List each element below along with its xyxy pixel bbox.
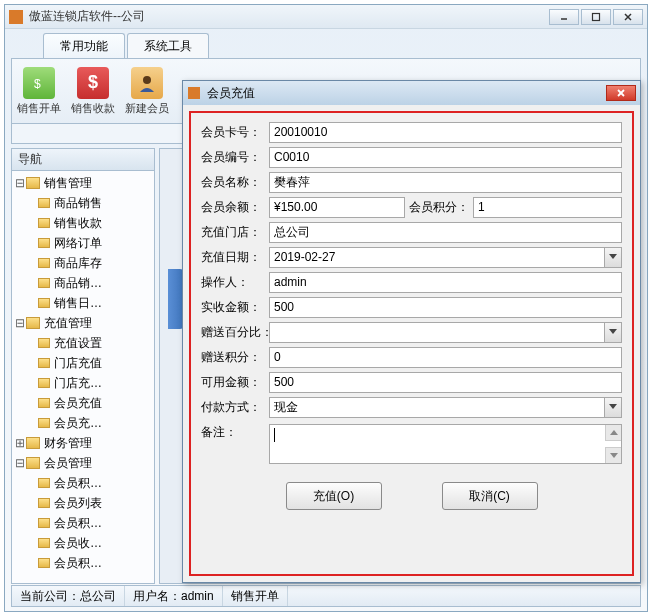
tree-leaf[interactable]: 商品销售 (12, 193, 154, 213)
tree-leaf[interactable]: 门店充… (12, 373, 154, 393)
folder-icon (26, 317, 40, 329)
dialog-titlebar: 会员充值 (183, 81, 640, 105)
folder-icon (38, 498, 50, 508)
tree-leaf[interactable]: 会员列表 (12, 493, 154, 513)
tree-leaf-label: 会员列表 (54, 495, 102, 512)
folder-icon (38, 378, 50, 388)
label-usable: 可用金额： (201, 374, 269, 391)
nav-header: 导航 (12, 149, 154, 171)
tree-leaf[interactable]: 会员充值 (12, 393, 154, 413)
dialog-close-button[interactable] (606, 85, 636, 101)
folder-icon (38, 278, 50, 288)
scroll-down-icon[interactable] (605, 447, 621, 463)
window-title: 傲蓝连锁店软件--公司 (29, 8, 549, 25)
tree-group[interactable]: ⊟销售管理 (12, 173, 154, 193)
folder-icon (38, 418, 50, 428)
tree-group[interactable]: ⊟会员管理 (12, 453, 154, 473)
bonus-pct-dropdown-icon[interactable] (604, 323, 621, 342)
input-received[interactable]: 500 (269, 297, 622, 318)
input-points[interactable]: 1 (473, 197, 622, 218)
tab-common[interactable]: 常用功能 (43, 33, 125, 58)
main-titlebar: 傲蓝连锁店软件--公司 (5, 5, 647, 29)
label-member-name: 会员名称： (201, 174, 269, 191)
tree-leaf[interactable]: 销售日… (12, 293, 154, 313)
input-operator[interactable]: admin (269, 272, 622, 293)
tree-leaf-label: 销售日… (54, 295, 102, 312)
tree-leaf[interactable]: 网络订单 (12, 233, 154, 253)
tree-leaf-label: 商品销售 (54, 195, 102, 212)
input-usable[interactable]: 500 (269, 372, 622, 393)
tree-group-label: 会员管理 (44, 455, 92, 472)
tree-leaf[interactable]: 会员积… (12, 473, 154, 493)
label-store: 充值门店： (201, 224, 269, 241)
tree-leaf-label: 门店充值 (54, 355, 102, 372)
svg-marker-13 (610, 453, 618, 458)
tree-leaf-label: 充值设置 (54, 335, 102, 352)
tree-leaf[interactable]: 会员收… (12, 533, 154, 553)
tree-group-label: 充值管理 (44, 315, 92, 332)
tree-leaf-label: 会员充值 (54, 395, 102, 412)
folder-icon (38, 558, 50, 568)
tree-group-label: 销售管理 (44, 175, 92, 192)
input-store[interactable]: 总公司 (269, 222, 622, 243)
label-points: 会员积分： (405, 199, 473, 216)
recharge-dialog: 会员充值 会员卡号： 20010010 会员编号： C0010 会员名称： 樊春… (182, 80, 641, 583)
svg-marker-9 (609, 254, 617, 259)
cancel-button[interactable]: 取消(C) (442, 482, 538, 510)
tree-leaf[interactable]: 会员积… (12, 513, 154, 533)
tree-leaf[interactable]: 销售收款 (12, 213, 154, 233)
ribbon-item-new-member[interactable]: 新建会员 (120, 67, 174, 116)
dialog-body: 会员卡号： 20010010 会员编号： C0010 会员名称： 樊春萍 会员余… (189, 111, 634, 576)
status-company: 当前公司：总公司 (12, 586, 125, 606)
folder-icon (38, 398, 50, 408)
folder-icon (26, 177, 40, 189)
tree-group-label: 财务管理 (44, 435, 92, 452)
folder-icon (26, 457, 40, 469)
input-bonus-pct[interactable] (269, 322, 622, 343)
recharge-button[interactable]: 充值(O) (286, 482, 382, 510)
ribbon-item-sales-receipt[interactable]: $ 销售收款 (66, 67, 120, 116)
folder-icon (38, 478, 50, 488)
tree-leaf[interactable]: 会员积… (12, 553, 154, 573)
status-page: 销售开单 (223, 586, 288, 606)
tree-leaf-label: 网络订单 (54, 235, 102, 252)
tree-leaf-label: 会员收… (54, 535, 102, 552)
close-button[interactable] (613, 9, 643, 25)
folder-icon (38, 518, 50, 528)
plus-icon: ⊞ (14, 436, 26, 450)
folder-icon (38, 298, 50, 308)
tree-group[interactable]: ⊞财务管理 (12, 433, 154, 453)
input-balance[interactable]: ¥150.00 (269, 197, 405, 218)
label-received: 实收金额： (201, 299, 269, 316)
tree-leaf[interactable]: 充值设置 (12, 333, 154, 353)
ribbon-item-sales-order[interactable]: $ 销售开单 (12, 67, 66, 116)
tree-leaf[interactable]: 会员充… (12, 413, 154, 433)
input-date[interactable]: 2019-02-27 (269, 247, 622, 268)
input-remark[interactable] (269, 424, 622, 464)
input-member-no[interactable]: C0010 (269, 147, 622, 168)
tree-leaf-label: 销售收款 (54, 215, 102, 232)
maximize-button[interactable] (581, 9, 611, 25)
input-member-name[interactable]: 樊春萍 (269, 172, 622, 193)
minimize-button[interactable] (549, 9, 579, 25)
tab-system[interactable]: 系统工具 (127, 33, 209, 58)
tree-leaf-label: 商品销… (54, 275, 102, 292)
tree-leaf-label: 商品库存 (54, 255, 102, 272)
nav-tree[interactable]: ⊟销售管理商品销售销售收款网络订单商品库存商品销…销售日…⊟充值管理充值设置门店… (12, 171, 154, 583)
receipt-icon: $ (77, 67, 109, 99)
input-bonus-points[interactable]: 0 (269, 347, 622, 368)
pay-method-dropdown-icon[interactable] (604, 398, 621, 417)
tree-leaf[interactable]: 商品销… (12, 273, 154, 293)
status-bar: 当前公司：总公司 用户名：admin 销售开单 (11, 585, 641, 607)
date-dropdown-icon[interactable] (604, 248, 621, 267)
label-pay-method: 付款方式： (201, 399, 269, 416)
svg-marker-10 (609, 329, 617, 334)
tree-leaf[interactable]: 商品库存 (12, 253, 154, 273)
tree-leaf[interactable]: 门店充值 (12, 353, 154, 373)
scroll-up-icon[interactable] (605, 425, 621, 441)
folder-icon (38, 238, 50, 248)
input-pay-method[interactable]: 现金 (269, 397, 622, 418)
input-card-no[interactable]: 20010010 (269, 122, 622, 143)
tree-group[interactable]: ⊟充值管理 (12, 313, 154, 333)
folder-icon (38, 258, 50, 268)
